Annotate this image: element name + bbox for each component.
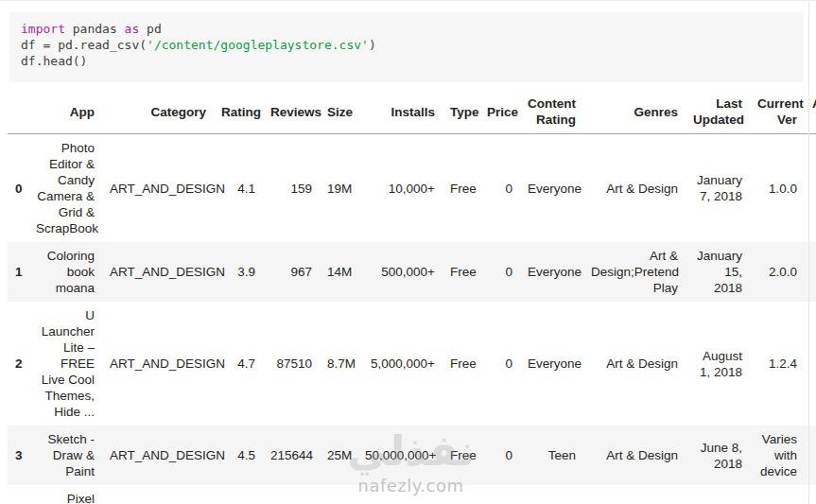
row-index: 2 [8, 302, 28, 426]
dataframe-table: App Category Rating Reviews Size Install… [8, 90, 816, 504]
col-header-category: Category [102, 90, 214, 134]
cell-app: U Launcher Lite – FREE Live Cool Themes,… [28, 302, 102, 426]
cell-installs: 500,000+ [357, 242, 443, 302]
code-text: df = pd.read_csv( [21, 38, 147, 52]
cell-current-ver [750, 485, 805, 504]
table-row: 2 U Launcher Lite – FREE Live Cool Theme… [8, 302, 816, 426]
col-header-last-updated: Last Updated [686, 90, 750, 134]
col-header-reviews: Reviews [263, 90, 320, 134]
code-line-1: import pandas as pd [21, 21, 792, 37]
cell-reviews: 215644 [263, 426, 320, 485]
cell-price [479, 485, 520, 504]
cell-content-rating: Everyone [520, 302, 583, 426]
row-index: 0 [8, 134, 28, 243]
cell-installs: 50,000,000+ [357, 426, 443, 485]
row-index [8, 485, 28, 504]
code-cell[interactable]: import pandas as pd df = pd.read_csv('/c… [9, 12, 804, 82]
keyword-as: as [125, 22, 140, 36]
row-index: 3 [8, 426, 28, 485]
cell-last-updated: August 1, 2018 [686, 302, 750, 426]
cell-rating [214, 485, 263, 504]
cell-app: Sketch - Draw & Paint [28, 426, 102, 485]
cell-installs [357, 485, 443, 504]
cell-size [320, 485, 357, 504]
cell-current-ver: 1.0.0 [750, 134, 805, 243]
code-text: pd [139, 22, 161, 36]
cell-genres: Art & Design;Pretend Play [583, 242, 686, 302]
col-header-installs: Installs [357, 90, 443, 134]
code-text: ) [369, 38, 376, 52]
cell-android-ver [805, 302, 816, 426]
dataframe-output: App Category Rating Reviews Size Install… [0, 90, 816, 504]
cell-category: ART_AND_DESIGN [102, 242, 214, 302]
cell-android-ver [805, 134, 816, 243]
table-row: 1 Coloring book moana ART_AND_DESIGN 3.9… [8, 242, 816, 302]
cell-last-updated [686, 485, 750, 504]
code-line-3: df.head() [21, 53, 792, 69]
col-header-size: Size [320, 90, 357, 134]
row-index: 1 [8, 242, 28, 302]
cell-current-ver: 2.0.0 [750, 242, 805, 302]
cell-reviews [263, 485, 320, 504]
cell-genres: Art & Design [583, 426, 686, 485]
cell-reviews: 87510 [263, 302, 320, 426]
cell-reviews: 159 [263, 134, 320, 243]
cell-content-rating: Everyone [520, 242, 583, 302]
code-line-2: df = pd.read_csv('/content/googleplaysto… [21, 37, 792, 53]
cell-category: ART_AND_DESIGN [102, 134, 214, 243]
cell-content-rating: Teen [520, 426, 583, 485]
cell-content-rating [520, 485, 583, 504]
cell-android-ver [805, 485, 816, 504]
table-row: 0 Photo Editor & Candy Camera & Grid & S… [8, 134, 816, 243]
cell-last-updated: January 15, 2018 [686, 242, 750, 302]
cell-installs: 5,000,000+ [357, 302, 443, 426]
cell-category: ART_AND_DESIGN [102, 426, 214, 485]
cell-android-ver [805, 426, 816, 485]
cell-type [443, 485, 479, 504]
cell-content-rating: Everyone [520, 134, 583, 243]
cell-category: ART_AND_DESIGN [102, 302, 214, 426]
cell-genres [583, 485, 686, 504]
table-row: 3 Sketch - Draw & Paint ART_AND_DESIGN 4… [8, 426, 816, 485]
cell-price: 0 [479, 302, 520, 426]
cell-size: 8.7M [320, 302, 357, 426]
cell-app: Photo Editor & Candy Camera & Grid & Scr… [28, 134, 102, 243]
cell-current-ver: Varies with device [750, 426, 805, 485]
cell-app: Coloring book moana [28, 242, 102, 302]
cell-price: 0 [479, 426, 520, 485]
output-right-edge-divider [808, 1, 809, 504]
col-header-rating: Rating [214, 90, 263, 134]
cell-genres: Art & Design [583, 134, 686, 243]
cell-price: 0 [479, 242, 520, 302]
cell-last-updated: June 8, 2018 [686, 426, 750, 485]
cell-price: 0 [479, 134, 520, 243]
cell-reviews: 967 [263, 242, 320, 302]
keyword-import: import [21, 22, 65, 36]
col-header-genres: Genres [583, 90, 686, 134]
cell-android-ver [805, 242, 816, 302]
cell-installs: 10,000+ [357, 134, 443, 243]
cell-type: Free [443, 134, 479, 243]
col-header-content-rating: Content Rating [520, 90, 583, 134]
col-header-current-ver: Current Ver [750, 90, 805, 134]
table-row: Pixel Draw [8, 485, 816, 504]
col-header-index [8, 90, 28, 134]
string-literal: '/content/googleplaystore.csv' [147, 38, 369, 52]
cell-size: 25M [320, 426, 357, 485]
cell-category [102, 485, 214, 504]
col-header-android-ver: Android Ver [805, 90, 816, 134]
code-text: pandas [65, 22, 125, 36]
cell-size: 19M [320, 134, 357, 243]
col-header-price: Price [479, 90, 520, 134]
col-header-app: App [28, 90, 102, 134]
cell-current-ver: 1.2.4 [750, 302, 805, 426]
cell-genres: Art & Design [583, 302, 686, 426]
cell-type: Free [443, 426, 479, 485]
cell-type: Free [443, 242, 479, 302]
cell-size: 14M [320, 242, 357, 302]
cell-app: Pixel Draw [28, 485, 102, 504]
col-header-type: Type [443, 90, 479, 134]
table-header-row: App Category Rating Reviews Size Install… [8, 90, 816, 134]
cell-last-updated: January 7, 2018 [686, 134, 750, 243]
cell-type: Free [443, 302, 479, 426]
